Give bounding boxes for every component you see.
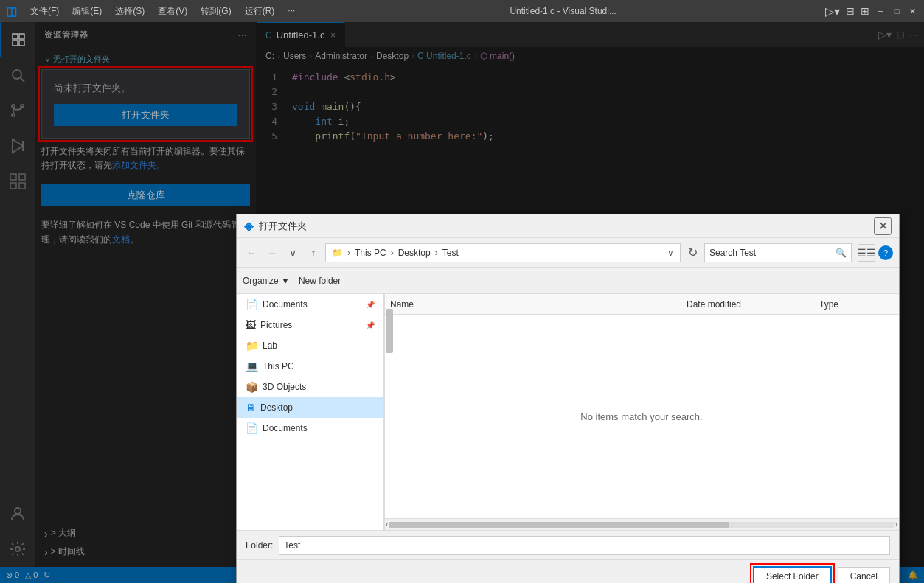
h-scroll-track[interactable] bbox=[389, 522, 893, 528]
select-folder-button[interactable]: Select Folder bbox=[753, 566, 832, 584]
address-bar[interactable]: 📁 › This PC › Desktop › Test ∨ bbox=[325, 243, 681, 262]
nav-desktop[interactable]: 🖥 Desktop bbox=[237, 397, 383, 418]
dialog-main: 📄 Documents 📌 🖼 Pictures 📌 📁 Lab bbox=[237, 294, 899, 530]
col-type[interactable]: Type bbox=[819, 299, 893, 310]
desktop-icon: 🖥 bbox=[246, 402, 256, 413]
minimize-btn[interactable]: ─ bbox=[875, 6, 886, 16]
pictures-pin: 📌 bbox=[366, 321, 375, 329]
documents-icon: 📄 bbox=[246, 299, 258, 310]
titlebar-menu: 文件(F) 编辑(E) 选择(S) 查看(V) 转到(G) 运行(R) ··· bbox=[24, 4, 301, 19]
nav-documents[interactable]: 📄 Documents 📌 bbox=[237, 294, 383, 315]
nav-back-btn[interactable]: ← bbox=[243, 244, 260, 262]
documents2-icon: 📄 bbox=[246, 422, 258, 434]
3d-objects-icon: 📦 bbox=[246, 381, 258, 393]
col-name[interactable]: Name bbox=[390, 299, 687, 310]
maximize-btn[interactable]: □ bbox=[892, 6, 902, 16]
dialog-nav-wrapper: 📄 Documents 📌 🖼 Pictures 📌 📁 Lab bbox=[237, 294, 384, 530]
nav-3d-objects[interactable]: 📦 3D Objects bbox=[237, 377, 383, 397]
dialog-titlebar: ◈ 打开文件夹 ✕ bbox=[237, 214, 899, 238]
address-sep1: › bbox=[347, 248, 350, 258]
split-editor[interactable]: ⊟ bbox=[846, 5, 855, 17]
documents-pin: 📌 bbox=[366, 301, 375, 309]
menu-edit[interactable]: 编辑(E) bbox=[66, 4, 108, 19]
folder-input[interactable] bbox=[279, 536, 890, 555]
vscode-logo: ◫ bbox=[6, 4, 17, 18]
dialog-close-btn[interactable]: ✕ bbox=[874, 217, 892, 235]
dialog-buttons: Select Folder Cancel bbox=[237, 559, 899, 583]
nav-forward-btn[interactable]: → bbox=[263, 244, 281, 262]
h-scroll-thumb bbox=[389, 522, 729, 528]
nav-lab[interactable]: 📁 Lab bbox=[237, 335, 383, 356]
nav-documents2[interactable]: 📄 Documents bbox=[237, 418, 383, 439]
search-box: 🔍 bbox=[704, 243, 852, 262]
dialog-toolbar: ← → ∨ ↑ 📁 › This PC › Desktop › Test ∨ ↻ bbox=[237, 238, 899, 268]
folder-label: Folder: bbox=[246, 540, 273, 551]
no-items-message: No items match your search. bbox=[580, 411, 702, 422]
address-refresh-btn[interactable]: ↻ bbox=[684, 244, 701, 262]
file-list-body: No items match your search. bbox=[384, 315, 899, 518]
address-sep2: › bbox=[391, 248, 394, 258]
dialog-nav: 📄 Documents 📌 🖼 Pictures 📌 📁 Lab bbox=[237, 294, 384, 530]
new-folder-btn[interactable]: New folder bbox=[299, 276, 341, 286]
run-dropdown[interactable]: ▷▾ bbox=[825, 4, 840, 18]
file-list-header: Name Date modified Type bbox=[384, 294, 899, 315]
window-title: Untitled-1.c - Visual Studi... bbox=[510, 6, 616, 16]
address-sep3: › bbox=[435, 248, 438, 258]
dialog-icon: ◈ bbox=[244, 219, 253, 233]
search-icon: 🔍 bbox=[836, 248, 847, 258]
nav-dropdown-btn[interactable]: ∨ bbox=[284, 244, 302, 262]
address-dropdown-icon[interactable]: ∨ bbox=[667, 248, 674, 258]
dialog-footer: Folder: bbox=[237, 530, 899, 559]
col-date[interactable]: Date modified bbox=[687, 299, 819, 310]
h-scroll-right[interactable]: › bbox=[895, 520, 897, 528]
close-btn[interactable]: ✕ bbox=[908, 6, 918, 16]
menu-more[interactable]: ··· bbox=[282, 4, 301, 19]
menu-goto[interactable]: 转到(G) bbox=[195, 4, 237, 19]
h-scrollbar[interactable]: ‹ › bbox=[384, 518, 899, 530]
cancel-button[interactable]: Cancel bbox=[838, 567, 890, 584]
menu-select[interactable]: 选择(S) bbox=[109, 4, 150, 19]
this-pc-icon: 💻 bbox=[246, 360, 258, 372]
address-desktop[interactable]: Desktop bbox=[398, 248, 431, 258]
pictures-icon: 🖼 bbox=[246, 319, 256, 331]
titlebar-left: ◫ 文件(F) 编辑(E) 选择(S) 查看(V) 转到(G) 运行(R) ··… bbox=[6, 4, 301, 19]
dialog-files: Name Date modified Type No items match y… bbox=[384, 294, 899, 530]
nav-pictures[interactable]: 🖼 Pictures 📌 bbox=[237, 315, 383, 335]
menu-view[interactable]: 查看(V) bbox=[152, 4, 193, 19]
menu-run[interactable]: 运行(R) bbox=[239, 4, 281, 19]
nav-scrollbar[interactable] bbox=[384, 294, 385, 530]
open-folder-dialog: ◈ 打开文件夹 ✕ ← → ∨ ↑ 📁 › This PC › Desktop … bbox=[236, 214, 900, 583]
help-btn[interactable]: ? bbox=[878, 245, 893, 260]
dialog-overlay: ◈ 打开文件夹 ✕ ← → ∨ ↑ 📁 › This PC › Desktop … bbox=[0, 22, 924, 583]
titlebar: ◫ 文件(F) 编辑(E) 选择(S) 查看(V) 转到(G) 运行(R) ··… bbox=[0, 0, 924, 22]
layout-toggle[interactable]: ⊞ bbox=[861, 5, 869, 17]
view-options-btn[interactable]: ☰☰ bbox=[858, 244, 875, 262]
lab-icon: 📁 bbox=[246, 340, 258, 352]
nav-up-btn[interactable]: ↑ bbox=[305, 244, 322, 262]
address-folder-icon: 📁 bbox=[332, 248, 343, 258]
address-this-pc[interactable]: This PC bbox=[355, 248, 386, 258]
address-test[interactable]: Test bbox=[442, 248, 459, 258]
titlebar-controls: ▷▾ ⊟ ⊞ ─ □ ✕ bbox=[825, 4, 918, 18]
organize-bar: Organize ▼ New folder bbox=[237, 268, 899, 294]
nav-scrollbar-thumb bbox=[386, 309, 393, 353]
menu-file[interactable]: 文件(F) bbox=[24, 4, 65, 19]
dialog-title: 打开文件夹 bbox=[259, 220, 307, 233]
organize-btn[interactable]: Organize ▼ bbox=[243, 276, 290, 286]
search-input[interactable] bbox=[709, 248, 833, 258]
h-scroll-left[interactable]: ‹ bbox=[386, 520, 388, 528]
nav-this-pc[interactable]: 💻 This PC bbox=[237, 356, 383, 377]
